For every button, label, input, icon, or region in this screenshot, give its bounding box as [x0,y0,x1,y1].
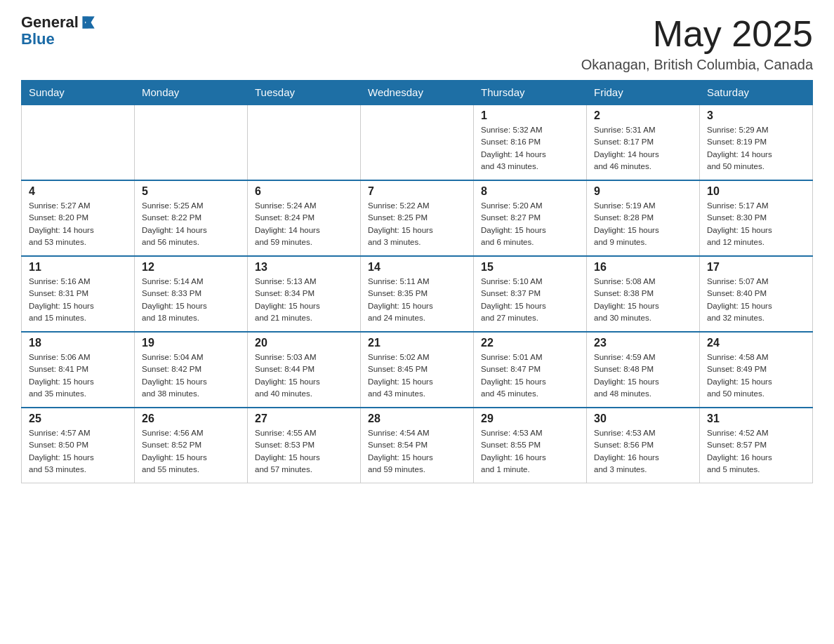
day-info: Sunrise: 4:56 AMSunset: 8:52 PMDaylight:… [142,427,240,476]
day-info: Sunrise: 4:53 AMSunset: 8:55 PMDaylight:… [481,427,579,476]
location-subtitle: Okanagan, British Columbia, Canada [581,57,813,73]
day-info: Sunrise: 5:14 AMSunset: 8:33 PMDaylight:… [142,276,240,324]
day-info: Sunrise: 5:25 AMSunset: 8:22 PMDaylight:… [142,200,240,248]
col-friday: Friday [587,81,700,105]
day-number: 2 [594,109,692,122]
table-row [248,105,361,180]
title-section: May 2025 Okanagan, British Columbia, Can… [581,14,813,73]
day-info: Sunrise: 5:01 AMSunset: 8:47 PMDaylight:… [481,351,579,400]
day-number: 13 [255,261,353,274]
svg-marker-1 [88,17,95,29]
day-info: Sunrise: 5:16 AMSunset: 8:31 PMDaylight:… [29,276,127,324]
day-info: Sunrise: 5:32 AMSunset: 8:16 PMDaylight:… [481,124,579,173]
day-info: Sunrise: 5:08 AMSunset: 8:38 PMDaylight:… [594,276,692,324]
day-number: 4 [29,185,127,198]
day-number: 11 [29,261,127,274]
day-info: Sunrise: 5:17 AMSunset: 8:30 PMDaylight:… [707,200,805,248]
table-row: 26Sunrise: 4:56 AMSunset: 8:52 PMDayligh… [135,408,248,483]
table-row: 28Sunrise: 4:54 AMSunset: 8:54 PMDayligh… [361,408,474,483]
day-info: Sunrise: 5:06 AMSunset: 8:41 PMDaylight:… [29,351,127,400]
day-number: 7 [368,185,466,198]
table-row: 20Sunrise: 5:03 AMSunset: 8:44 PMDayligh… [248,332,361,408]
logo-flag-icon [80,14,97,31]
day-info: Sunrise: 5:19 AMSunset: 8:28 PMDaylight:… [594,200,692,248]
table-row: 21Sunrise: 5:02 AMSunset: 8:45 PMDayligh… [361,332,474,408]
table-row: 14Sunrise: 5:11 AMSunset: 8:35 PMDayligh… [361,256,474,332]
day-number: 3 [707,109,805,122]
days-of-week-row: Sunday Monday Tuesday Wednesday Thursday… [22,81,813,105]
table-row: 27Sunrise: 4:55 AMSunset: 8:53 PMDayligh… [248,408,361,483]
col-tuesday: Tuesday [248,81,361,105]
table-row: 22Sunrise: 5:01 AMSunset: 8:47 PMDayligh… [474,332,587,408]
day-info: Sunrise: 4:52 AMSunset: 8:57 PMDaylight:… [707,427,805,476]
day-info: Sunrise: 4:53 AMSunset: 8:56 PMDaylight:… [594,427,692,476]
table-row: 10Sunrise: 5:17 AMSunset: 8:30 PMDayligh… [700,180,813,256]
day-number: 31 [707,412,805,425]
calendar-week-row: 25Sunrise: 4:57 AMSunset: 8:50 PMDayligh… [22,408,813,483]
table-row [22,105,135,180]
day-info: Sunrise: 5:27 AMSunset: 8:20 PMDaylight:… [29,200,127,248]
day-info: Sunrise: 5:31 AMSunset: 8:17 PMDaylight:… [594,124,692,173]
day-info: Sunrise: 5:13 AMSunset: 8:34 PMDaylight:… [255,276,353,324]
day-number: 29 [481,412,579,425]
day-info: Sunrise: 5:24 AMSunset: 8:24 PMDaylight:… [255,200,353,248]
table-row: 3Sunrise: 5:29 AMSunset: 8:19 PMDaylight… [700,105,813,180]
day-info: Sunrise: 4:57 AMSunset: 8:50 PMDaylight:… [29,427,127,476]
day-number: 9 [594,185,692,198]
day-number: 10 [707,185,805,198]
table-row: 9Sunrise: 5:19 AMSunset: 8:28 PMDaylight… [587,180,700,256]
table-row: 1Sunrise: 5:32 AMSunset: 8:16 PMDaylight… [474,105,587,180]
logo-general-text: General [21,14,79,31]
day-number: 27 [255,412,353,425]
table-row: 2Sunrise: 5:31 AMSunset: 8:17 PMDaylight… [587,105,700,180]
day-info: Sunrise: 4:59 AMSunset: 8:48 PMDaylight:… [594,351,692,400]
day-number: 20 [255,337,353,349]
day-number: 14 [368,261,466,274]
day-number: 1 [481,109,579,122]
day-info: Sunrise: 5:20 AMSunset: 8:27 PMDaylight:… [481,200,579,248]
table-row: 15Sunrise: 5:10 AMSunset: 8:37 PMDayligh… [474,256,587,332]
logo: General Blue [21,14,97,48]
day-number: 21 [368,337,466,349]
col-thursday: Thursday [474,81,587,105]
table-row: 8Sunrise: 5:20 AMSunset: 8:27 PMDaylight… [474,180,587,256]
day-number: 12 [142,261,240,274]
table-row: 31Sunrise: 4:52 AMSunset: 8:57 PMDayligh… [700,408,813,483]
table-row: 29Sunrise: 4:53 AMSunset: 8:55 PMDayligh… [474,408,587,483]
calendar-table: Sunday Monday Tuesday Wednesday Thursday… [21,80,813,483]
day-info: Sunrise: 4:55 AMSunset: 8:53 PMDaylight:… [255,427,353,476]
col-wednesday: Wednesday [361,81,474,105]
page-header: General Blue May 2025 Okanagan, British … [21,14,813,73]
table-row [361,105,474,180]
day-number: 15 [481,261,579,274]
day-info: Sunrise: 5:22 AMSunset: 8:25 PMDaylight:… [368,200,466,248]
col-saturday: Saturday [700,81,813,105]
day-number: 28 [368,412,466,425]
day-info: Sunrise: 5:11 AMSunset: 8:35 PMDaylight:… [368,276,466,324]
day-info: Sunrise: 5:04 AMSunset: 8:42 PMDaylight:… [142,351,240,400]
table-row: 25Sunrise: 4:57 AMSunset: 8:50 PMDayligh… [22,408,135,483]
day-info: Sunrise: 5:03 AMSunset: 8:44 PMDaylight:… [255,351,353,400]
table-row: 17Sunrise: 5:07 AMSunset: 8:40 PMDayligh… [700,256,813,332]
logo-blue-text: Blue [21,31,97,48]
day-number: 18 [29,337,127,349]
day-number: 6 [255,185,353,198]
table-row: 19Sunrise: 5:04 AMSunset: 8:42 PMDayligh… [135,332,248,408]
day-number: 8 [481,185,579,198]
table-row: 16Sunrise: 5:08 AMSunset: 8:38 PMDayligh… [587,256,700,332]
day-info: Sunrise: 5:29 AMSunset: 8:19 PMDaylight:… [707,124,805,173]
table-row: 7Sunrise: 5:22 AMSunset: 8:25 PMDaylight… [361,180,474,256]
day-number: 30 [594,412,692,425]
table-row: 12Sunrise: 5:14 AMSunset: 8:33 PMDayligh… [135,256,248,332]
table-row: 6Sunrise: 5:24 AMSunset: 8:24 PMDaylight… [248,180,361,256]
day-info: Sunrise: 5:10 AMSunset: 8:37 PMDaylight:… [481,276,579,324]
day-number: 24 [707,337,805,349]
table-row [135,105,248,180]
day-info: Sunrise: 5:07 AMSunset: 8:40 PMDaylight:… [707,276,805,324]
day-number: 23 [594,337,692,349]
table-row: 23Sunrise: 4:59 AMSunset: 8:48 PMDayligh… [587,332,700,408]
table-row: 18Sunrise: 5:06 AMSunset: 8:41 PMDayligh… [22,332,135,408]
table-row: 30Sunrise: 4:53 AMSunset: 8:56 PMDayligh… [587,408,700,483]
day-info: Sunrise: 5:02 AMSunset: 8:45 PMDaylight:… [368,351,466,400]
table-row: 5Sunrise: 5:25 AMSunset: 8:22 PMDaylight… [135,180,248,256]
